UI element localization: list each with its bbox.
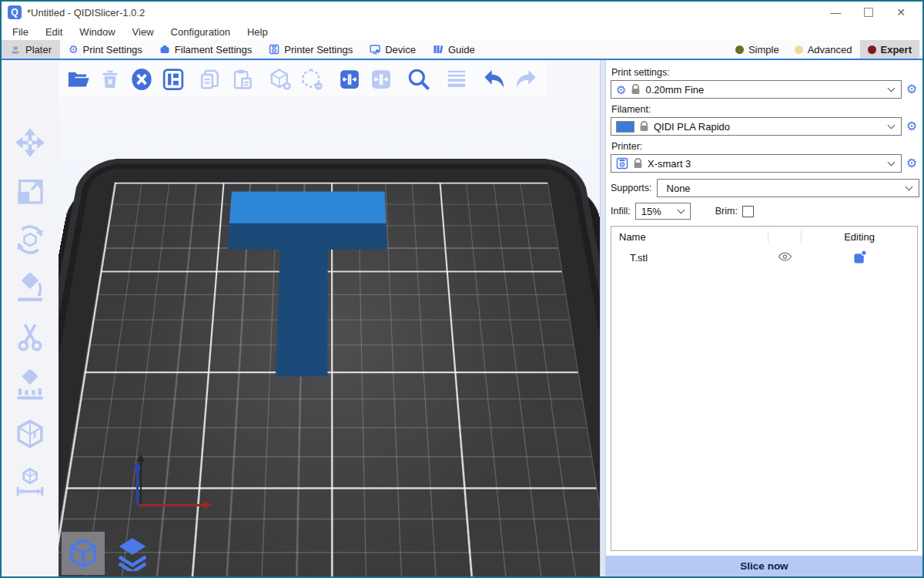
paint-support-tool-button[interactable] — [12, 368, 49, 403]
seam-tool-button[interactable] — [12, 416, 49, 452]
open-project-button[interactable] — [66, 67, 91, 92]
object-list: Name Editing T.stl — [611, 226, 918, 551]
printer-combo[interactable]: X-smart 3 — [611, 154, 902, 173]
delete-all-icon — [129, 67, 154, 92]
filament-combo[interactable]: QIDI PLA Rapido — [611, 117, 902, 136]
print-settings-combo[interactable]: ⚙ 0.20mm Fine — [611, 80, 902, 99]
print-settings-value: 0.20mm Fine — [645, 84, 884, 96]
split-to-parts-button[interactable] — [369, 67, 393, 92]
print-settings-label: Print settings: — [611, 67, 919, 78]
visibility-cell — [768, 251, 802, 264]
variable-layer-height-button[interactable] — [444, 67, 469, 92]
delete-selected-button[interactable] — [98, 67, 122, 92]
menu-view[interactable]: View — [125, 25, 162, 39]
printer-label: Printer: — [611, 141, 919, 152]
delete-all-button[interactable] — [129, 67, 154, 92]
scale-tool-button[interactable] — [12, 173, 49, 209]
column-name: Name — [611, 231, 768, 243]
app-icon: Q — [8, 5, 22, 19]
redo-button[interactable] — [514, 67, 538, 92]
menu-window[interactable]: Window — [72, 25, 122, 39]
chevron-down-icon — [888, 159, 896, 166]
mode-expert[interactable]: Expert — [860, 40, 919, 59]
eye-icon[interactable] — [778, 251, 792, 262]
edit-object-icon[interactable] — [852, 249, 867, 264]
printer-gear-button[interactable]: ⚙ — [904, 155, 919, 172]
slice-now-button[interactable]: Slice now — [606, 556, 922, 576]
simple-dot-icon — [735, 45, 744, 54]
x-axis-arrow — [139, 504, 205, 506]
undo-button[interactable] — [482, 67, 507, 92]
open-folder-icon — [67, 68, 90, 91]
undo-icon — [482, 67, 507, 92]
menu-file[interactable]: File — [5, 25, 36, 39]
place-on-face-icon — [15, 273, 45, 304]
infill-value: 15% — [641, 206, 678, 217]
remove-instance-icon — [300, 68, 323, 91]
paint-support-icon — [15, 370, 45, 401]
filament-gear-button[interactable]: ⚙ — [904, 118, 919, 135]
chevron-down-icon — [888, 122, 896, 129]
remove-instance-button[interactable] — [300, 67, 324, 92]
brim-checkbox[interactable] — [742, 206, 754, 217]
measure-tool-button[interactable] — [12, 465, 49, 500]
tab-printer-settings[interactable]: Printer Settings — [260, 40, 361, 59]
supports-dropdown[interactable]: None — [657, 179, 919, 197]
object-row-tstl[interactable]: T.stl — [611, 247, 917, 268]
panel-splitter[interactable] — [600, 60, 606, 576]
trash-icon — [99, 69, 121, 90]
place-on-face-tool-button[interactable] — [12, 271, 49, 306]
close-button[interactable]: ✕ — [896, 7, 906, 18]
z-axis-arrow — [136, 469, 139, 505]
mode-advanced[interactable]: Advanced — [787, 40, 860, 59]
preview-view-button[interactable] — [111, 532, 154, 575]
editor-view-button[interactable] — [62, 532, 105, 575]
tab-guide[interactable]: Guide — [424, 40, 484, 59]
right-panel: Print settings: ⚙ 0.20mm Fine ⚙ Filament… — [606, 60, 922, 576]
tab-plater[interactable]: Plater — [2, 40, 60, 59]
move-tool-button[interactable] — [12, 125, 49, 160]
model-t-stem[interactable] — [276, 248, 328, 377]
infill-dropdown[interactable]: 15% — [635, 203, 691, 220]
cut-tool-button[interactable] — [12, 319, 49, 355]
menu-edit[interactable]: Edit — [38, 25, 70, 39]
cube-icon — [67, 537, 99, 570]
measure-icon — [15, 467, 45, 498]
minimize-button[interactable]: — — [830, 7, 841, 18]
add-instance-button[interactable] — [268, 67, 293, 92]
split-to-objects-button[interactable] — [337, 67, 362, 92]
copy-icon — [199, 68, 223, 91]
print-settings-gear-button[interactable]: ⚙ — [904, 81, 919, 98]
supports-label: Supports: — [611, 183, 652, 193]
gear-icon: ⚙ — [69, 44, 79, 55]
expert-dot-icon — [868, 45, 876, 54]
column-visibility — [768, 230, 802, 243]
menu-help[interactable]: Help — [239, 25, 276, 39]
filament-color-swatch — [616, 121, 634, 133]
model-t-front-face[interactable] — [227, 222, 387, 250]
advanced-dot-icon — [795, 45, 803, 54]
search-button[interactable] — [407, 67, 431, 92]
printer-value: X-smart 3 — [648, 158, 884, 170]
maximize-button[interactable] — [864, 8, 873, 17]
seam-icon — [14, 418, 46, 450]
tab-filament-settings[interactable]: Filament Settings — [151, 40, 260, 59]
mode-switcher: Simple Advanced Expert — [728, 40, 922, 59]
chevron-down-icon — [906, 183, 913, 191]
arrange-button[interactable] — [161, 67, 186, 92]
paste-button[interactable] — [230, 67, 255, 92]
viewport-canvas[interactable] — [59, 60, 600, 576]
rotate-tool-button[interactable] — [12, 222, 49, 257]
object-name: T.stl — [611, 252, 768, 264]
split-parts-icon — [370, 68, 393, 91]
copy-button[interactable] — [199, 67, 223, 92]
model-t-top-face[interactable] — [229, 192, 386, 223]
titlebar: Q *Untitled - QIDISlicer-1.0.2 — ✕ — [2, 2, 922, 23]
tab-print-settings[interactable]: ⚙ Print Settings — [60, 40, 151, 59]
supports-value: None — [667, 183, 906, 194]
mode-simple[interactable]: Simple — [728, 40, 787, 59]
printer-icon — [616, 157, 628, 170]
tab-device[interactable]: Device — [361, 40, 424, 59]
filament-label: Filament: — [611, 104, 919, 115]
menu-configuration[interactable]: Configuration — [163, 25, 238, 39]
